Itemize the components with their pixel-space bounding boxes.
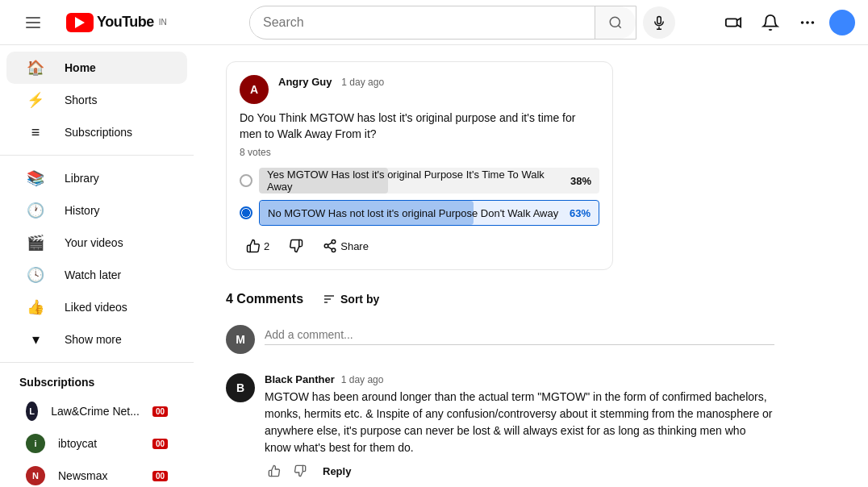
play-triangle-icon bbox=[75, 17, 85, 28]
liked-videos-icon: 👍 bbox=[26, 298, 45, 316]
search-input[interactable] bbox=[250, 9, 595, 36]
thumbs-up-icon bbox=[246, 239, 261, 253]
svg-line-1 bbox=[618, 25, 620, 27]
comment-thread-1: B Black Panther 1 day ago MGTOW has been… bbox=[226, 373, 774, 487]
comments-count: 4 Comments bbox=[226, 292, 303, 306]
option-bar-a: Yes MGTOW Has lost it's original Purpose… bbox=[259, 168, 599, 194]
svg-point-8 bbox=[802, 22, 803, 23]
sidebar-item-shorts[interactable]: ⚡ Shorts bbox=[6, 84, 187, 116]
poll-card: A Angry Guy 1 day ago Do You Think MGTOW… bbox=[226, 61, 613, 270]
option-text-a: Yes MGTOW Has lost it's original Purpose… bbox=[259, 169, 570, 193]
sidebar-item-subscriptions[interactable]: ≡ Subscriptions bbox=[6, 116, 187, 148]
radio-option-a bbox=[240, 174, 252, 187]
sidebar-item-law-crime[interactable]: L Law&Crime Net... 00 bbox=[6, 395, 187, 427]
sort-button[interactable]: Sort by bbox=[316, 289, 386, 309]
sidebar-divider-1 bbox=[0, 155, 194, 156]
notifications-button[interactable] bbox=[755, 7, 786, 38]
sidebar-item-ibtoycat[interactable]: i ibtoycat 00 bbox=[6, 427, 187, 460]
user-avatar[interactable] bbox=[829, 10, 855, 35]
svg-point-9 bbox=[332, 240, 336, 244]
sidebar-item-show-more[interactable]: ▾ Show more bbox=[6, 323, 187, 356]
sort-label: Sort by bbox=[340, 293, 379, 306]
svg-point-6 bbox=[807, 22, 808, 23]
poll-meta: Angry Guy 1 day ago bbox=[278, 75, 599, 88]
poll-option-a[interactable]: Yes MGTOW Has lost it's original Purpose… bbox=[240, 168, 599, 194]
comment-main-1: B Black Panther 1 day ago MGTOW has been… bbox=[226, 373, 774, 479]
sidebar-item-library[interactable]: 📚 Library bbox=[6, 162, 187, 194]
sub-badge-law-crime: 00 bbox=[152, 406, 168, 417]
sidebar-item-newsmax[interactable]: N Newsmax 00 bbox=[6, 460, 187, 487]
sidebar-label-show-more: Show more bbox=[65, 333, 122, 346]
hamburger-button[interactable] bbox=[13, 4, 53, 41]
svg-rect-2 bbox=[657, 16, 661, 23]
poll-like-button[interactable]: 2 bbox=[240, 235, 276, 256]
search-form bbox=[249, 6, 636, 40]
mic-icon bbox=[652, 15, 666, 30]
poll-share-button[interactable]: Share bbox=[316, 235, 375, 256]
search-button[interactable] bbox=[595, 6, 636, 39]
sidebar-item-your-videos[interactable]: 🎬 Your videos bbox=[6, 227, 187, 259]
sub-label-newsmax: Newsmax bbox=[58, 469, 107, 482]
topbar-left: YouTubeIN bbox=[13, 4, 207, 41]
hamburger-icon bbox=[19, 10, 47, 35]
home-icon: 🏠 bbox=[26, 59, 45, 77]
sub-avatar-newsmax: N bbox=[26, 466, 45, 485]
comment-input[interactable] bbox=[265, 325, 774, 345]
poll-option-b[interactable]: No MGTOW Has not lost it's original Purp… bbox=[240, 200, 599, 226]
sub-avatar-ibtoycat: i bbox=[26, 434, 45, 453]
comment-text-1: MGTOW has been around longer than the ac… bbox=[265, 389, 774, 456]
sub-avatar-law-crime: L bbox=[26, 402, 38, 421]
comment-like-button-1[interactable] bbox=[265, 463, 284, 479]
svg-point-10 bbox=[324, 244, 328, 248]
svg-point-11 bbox=[332, 248, 336, 252]
sidebar-item-home[interactable]: 🏠 Home bbox=[6, 52, 187, 84]
comment-author-row-1: Black Panther 1 day ago bbox=[265, 373, 774, 385]
sidebar-label-history: History bbox=[65, 204, 100, 217]
comment-dislike-button-1[interactable] bbox=[290, 463, 310, 479]
sidebar-label-watch-later: Watch later bbox=[65, 268, 121, 281]
sidebar: 🏠 Home ⚡ Shorts ≡ Subscriptions 📚 Librar… bbox=[0, 45, 194, 487]
poll-like-count: 2 bbox=[264, 240, 269, 252]
svg-line-12 bbox=[328, 247, 332, 249]
comment-avatar-1[interactable]: B bbox=[226, 373, 255, 402]
sidebar-label-your-videos: Your videos bbox=[65, 236, 123, 249]
comment-time-1: 1 day ago bbox=[341, 374, 384, 385]
svg-point-0 bbox=[610, 17, 620, 27]
sidebar-item-history[interactable]: 🕐 History bbox=[6, 194, 187, 227]
sidebar-item-liked-videos[interactable]: 👍 Liked videos bbox=[6, 291, 187, 323]
sub-badge-newsmax: 00 bbox=[152, 471, 168, 481]
option-bar-wrapper-b: No MGTOW Has not lost it's original Purp… bbox=[259, 200, 599, 226]
comment-author-1: Black Panther bbox=[265, 373, 335, 385]
create-button[interactable] bbox=[718, 7, 749, 38]
search-icon bbox=[608, 15, 623, 30]
option-bar-wrapper-a: Yes MGTOW Has lost it's original Purpose… bbox=[259, 168, 599, 194]
sidebar-label-shorts: Shorts bbox=[65, 94, 97, 106]
like-icon-1 bbox=[268, 464, 281, 477]
poll-question: Do You Think MGTOW has lost it's origina… bbox=[240, 110, 599, 142]
topbar: YouTubeIN bbox=[0, 0, 868, 45]
sidebar-divider-2 bbox=[0, 362, 194, 363]
sort-icon bbox=[323, 293, 336, 306]
svg-point-7 bbox=[812, 22, 814, 23]
poll-channel-name: Angry Guy bbox=[278, 76, 332, 88]
dislike-icon-1 bbox=[294, 464, 307, 477]
radio-option-b bbox=[240, 206, 252, 219]
subscriptions-icon: ≡ bbox=[26, 124, 45, 141]
svg-rect-5 bbox=[726, 19, 737, 26]
apps-button[interactable] bbox=[792, 7, 823, 38]
history-icon: 🕐 bbox=[26, 202, 45, 219]
reply-button-1[interactable]: Reply bbox=[316, 464, 357, 479]
comment-user-avatar: M bbox=[226, 325, 255, 354]
logo-text: YouTube bbox=[97, 14, 154, 31]
logo-area[interactable]: YouTubeIN bbox=[66, 13, 167, 32]
share-icon bbox=[323, 239, 337, 253]
sidebar-label-liked-videos: Liked videos bbox=[65, 301, 127, 314]
sidebar-item-watch-later[interactable]: 🕓 Watch later bbox=[6, 259, 187, 291]
poll-channel-avatar[interactable]: A bbox=[240, 75, 269, 104]
poll-votes: 8 votes bbox=[240, 147, 599, 158]
create-icon bbox=[724, 14, 742, 31]
sidebar-label-home: Home bbox=[65, 61, 96, 74]
poll-dislike-button[interactable] bbox=[282, 235, 310, 256]
mic-button[interactable] bbox=[643, 6, 675, 39]
poll-actions: 2 Share bbox=[240, 235, 599, 256]
